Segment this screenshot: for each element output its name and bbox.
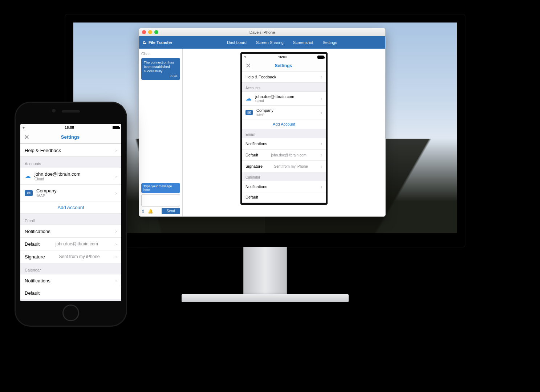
row-account-imap[interactable]: ✉ Company IMAP › [20, 184, 121, 201]
row-account-cloud[interactable]: ☁ john.doe@itbrain.com Cloud › [20, 168, 121, 185]
row-add-account[interactable]: Add Account [242, 119, 326, 129]
chat-heading: Chat [141, 52, 180, 56]
minimize-icon[interactable] [148, 30, 152, 34]
window-title: Dave's iPhone [249, 30, 275, 34]
battery-icon [113, 126, 119, 129]
wifi-icon: ᯤ [244, 55, 247, 59]
status-bar: ᯤ 16:00 [242, 54, 326, 60]
nav-bar: ✕ Settings [242, 60, 326, 71]
row-label: Notifications [245, 184, 267, 189]
row-cal-default[interactable]: Default [20, 287, 121, 299]
notify-icon[interactable]: 🔔 [148, 209, 153, 214]
close-icon[interactable]: ✕ [245, 62, 251, 70]
mail-icon: ✉ [25, 190, 33, 196]
row-detail: john.doe@itbrain.com [56, 241, 98, 246]
row-email-signature[interactable]: Signature Sent from my iPhone › [20, 250, 121, 263]
row-account-cloud[interactable]: ☁ john.doe@itbrain.com Cloud › [242, 91, 326, 106]
row-email-default[interactable]: Default john.doe@itbrain.com › [242, 149, 326, 161]
nav-title: Settings [29, 134, 111, 140]
row-cal-default[interactable]: Default [242, 192, 326, 202]
row-help-feedback[interactable]: Help & Feedback › [242, 71, 326, 83]
row-label: Notifications [25, 229, 50, 234]
battery-icon [317, 56, 324, 59]
row-email-default[interactable]: Default john.doe@itbrain.com › [20, 237, 121, 250]
row-account-imap[interactable]: ✉ Company IMAP › [242, 105, 326, 119]
row-label: Signature [25, 254, 45, 260]
attach-contact-icon[interactable]: ⇪ [141, 209, 145, 214]
row-detail: Sent from my iPhone [59, 254, 100, 259]
row-label: Notifications [245, 142, 267, 146]
brand-label: File Transfer [149, 40, 172, 45]
account-kind: Cloud [255, 99, 294, 103]
app-toolbar: 🗂 File Transfer Dashboard Screen Sharing… [139, 36, 385, 49]
fullscreen-icon[interactable] [154, 30, 158, 34]
monitor-stand-neck [243, 247, 287, 294]
chat-message-time: 09:41 [144, 74, 178, 78]
tab-screenshot[interactable]: Screenshot [293, 40, 313, 45]
remote-support-window: Dave's iPhone 🗂 File Transfer Dashboard … [139, 28, 386, 217]
monitor-stand-base [182, 294, 349, 302]
section-accounts: Accounts [242, 82, 326, 91]
wifi-icon: ᯤ [23, 126, 26, 130]
tab-dashboard[interactable]: Dashboard [227, 40, 247, 45]
chat-footer: Type your message here ⇪ 🔔 Send [139, 181, 182, 216]
home-button[interactable] [62, 305, 79, 321]
tab-settings[interactable]: Settings [322, 40, 337, 45]
chat-message-text: The connection has been established succ… [144, 60, 174, 73]
chevron-right-icon: › [115, 241, 117, 247]
chevron-right-icon: › [115, 173, 117, 179]
iphone-screen: ᯤ 16:00 ✕ Settings Help & Feedback › Acc… [20, 124, 121, 301]
window-titlebar[interactable]: Dave's iPhone [139, 28, 385, 36]
row-label: Default [245, 153, 258, 157]
row-email-notifications[interactable]: Notifications › [20, 225, 121, 238]
account-kind: IMAP [36, 194, 57, 198]
row-label: Default [25, 290, 40, 296]
row-detail: Sent from my iPhone [274, 164, 308, 168]
row-label: Help & Feedback [25, 148, 61, 153]
send-button[interactable]: Send [162, 208, 180, 214]
section-email: Email [20, 213, 121, 225]
row-cal-notifications[interactable]: Notifications › [242, 181, 326, 192]
row-email-signature[interactable]: Signature Sent from my iPhone › [242, 160, 326, 172]
add-account-label: Add Account [273, 122, 295, 126]
close-icon[interactable] [142, 30, 146, 34]
chevron-right-icon: › [115, 147, 117, 153]
status-bar: ᯤ 16:00 [20, 124, 121, 131]
toolbar-tabs: Dashboard Screen Sharing Screenshot Sett… [227, 40, 337, 45]
file-transfer-brand[interactable]: 🗂 File Transfer [143, 40, 172, 45]
chevron-right-icon: › [115, 228, 117, 234]
row-label: Default [245, 195, 258, 199]
close-icon[interactable]: ✕ [24, 133, 29, 141]
row-detail: john.doe@itbrain.com [271, 153, 306, 157]
chevron-right-icon: › [321, 184, 322, 189]
chat-message: The connection has been established succ… [141, 58, 180, 80]
files-icon: 🗂 [143, 40, 147, 45]
chat-hint: Type your message here [141, 183, 180, 193]
account-kind: IMAP [256, 113, 273, 117]
status-clock: 16:00 [247, 55, 317, 59]
row-cal-notifications[interactable]: Notifications › [20, 274, 121, 287]
account-email: john.doe@itbrain.com [255, 94, 294, 99]
monitor-screen: Dave's iPhone 🗂 File Transfer Dashboard … [73, 23, 457, 233]
nav-title: Settings [251, 63, 316, 68]
chevron-right-icon: › [321, 152, 322, 158]
tab-screen-sharing[interactable]: Screen Sharing [256, 40, 284, 45]
account-kind: Cloud [34, 177, 81, 181]
section-calendar: Calendar [242, 172, 326, 181]
iphone-device: ᯤ 16:00 ✕ Settings Help & Feedback › Acc… [15, 102, 127, 327]
chevron-right-icon: › [115, 190, 117, 196]
chat-input[interactable] [141, 194, 180, 207]
row-add-account[interactable]: Add Account [20, 201, 121, 214]
chat-panel: Chat The connection has been established… [139, 49, 183, 216]
chevron-right-icon: › [321, 96, 322, 102]
chevron-right-icon: › [321, 141, 322, 147]
chat-actions: ⇪ 🔔 Send [141, 208, 180, 214]
status-clock: 16:00 [26, 126, 113, 130]
mirrored-phone: ᯤ 16:00 ✕ Settings Help & Feedback [240, 52, 328, 205]
row-email-notifications[interactable]: Notifications › [242, 138, 326, 150]
section-calendar: Calendar [20, 263, 121, 274]
account-name: Company [36, 188, 57, 193]
row-help-feedback[interactable]: Help & Feedback › [20, 144, 121, 157]
window-traffic-lights[interactable] [142, 30, 158, 34]
chevron-right-icon: › [321, 110, 322, 115]
